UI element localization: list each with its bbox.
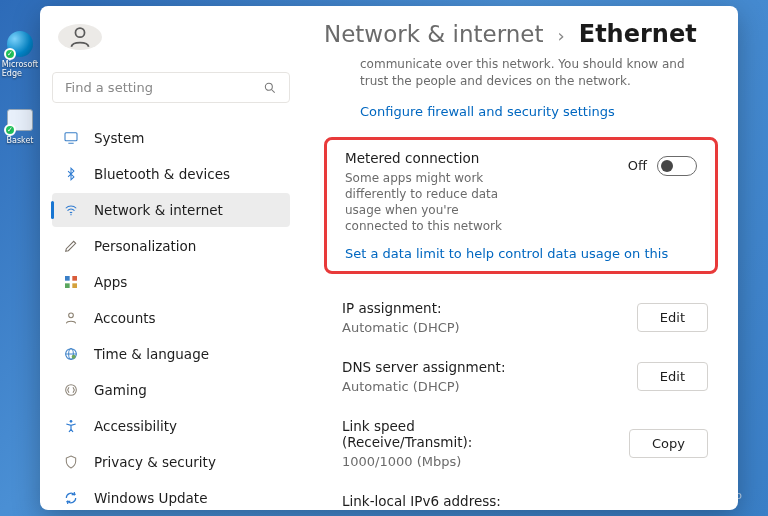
metered-toggle[interactable] — [657, 156, 697, 176]
link-speed-copy-button[interactable]: Copy — [629, 429, 708, 458]
content-scroll: communicate over this network. You shoul… — [324, 56, 738, 510]
ip-assignment-title: IP assignment: — [342, 300, 460, 316]
svg-point-10 — [69, 313, 74, 318]
content-pane: Network & internet › Ethernet communicat… — [302, 6, 738, 510]
desktop-icon-basket[interactable]: ✓ Basket — [4, 106, 36, 145]
data-limit-link[interactable]: Set a data limit to help control data us… — [345, 246, 697, 261]
svg-rect-6 — [65, 276, 70, 281]
network-trust-text: communicate over this network. You shoul… — [324, 56, 718, 96]
sidebar-item-personalization[interactable]: Personalization — [52, 229, 290, 263]
search-input[interactable] — [65, 80, 245, 95]
desktop-icon-label: Basket — [7, 136, 34, 145]
dns-edit-button[interactable]: Edit — [637, 362, 708, 391]
brush-icon — [62, 237, 80, 255]
bluetooth-icon — [62, 165, 80, 183]
user-avatar[interactable] — [58, 24, 102, 50]
metered-title: Metered connection — [345, 150, 505, 166]
sidebar-item-label: Accessibility — [94, 418, 177, 434]
ipv6-row: Link-local IPv6 address: — [342, 483, 708, 509]
shield-icon — [62, 453, 80, 471]
breadcrumb: Network & internet › Ethernet — [324, 20, 738, 48]
sidebar-item-label: Personalization — [94, 238, 196, 254]
sidebar-item-time[interactable]: Time & language — [52, 337, 290, 371]
sidebar-item-accessibility[interactable]: Accessibility — [52, 409, 290, 443]
basket-icon: ✓ — [6, 106, 34, 134]
apps-icon — [62, 273, 80, 291]
sidebar-item-label: Bluetooth & devices — [94, 166, 230, 182]
desktop-icon-label: Microsoft Edge — [2, 60, 38, 78]
account-icon — [62, 309, 80, 327]
sidebar-item-label: Network & internet — [94, 202, 223, 218]
accessibility-icon — [62, 417, 80, 435]
svg-point-5 — [70, 214, 71, 215]
ip-assignment-value: Automatic (DHCP) — [342, 320, 460, 335]
svg-point-0 — [75, 28, 84, 37]
svg-point-16 — [70, 420, 73, 423]
svg-rect-9 — [72, 283, 77, 288]
globe-icon — [62, 345, 80, 363]
sidebar-item-apps[interactable]: Apps — [52, 265, 290, 299]
settings-window: System Bluetooth & devices Network & int… — [40, 6, 738, 510]
sidebar-item-accounts[interactable]: Accounts — [52, 301, 290, 335]
breadcrumb-parent[interactable]: Network & internet — [324, 21, 544, 47]
sidebar-item-label: Gaming — [94, 382, 147, 398]
edge-icon: ✓ — [6, 30, 34, 58]
ipv6-title: Link-local IPv6 address: — [342, 493, 501, 509]
sidebar-item-bluetooth[interactable]: Bluetooth & devices — [52, 157, 290, 191]
svg-rect-7 — [72, 276, 77, 281]
dns-assignment-row: DNS server assignment: Automatic (DHCP) … — [342, 349, 708, 408]
ip-edit-button[interactable]: Edit — [637, 303, 708, 332]
sidebar-nav: System Bluetooth & devices Network & int… — [52, 121, 290, 510]
metered-connection-card: Metered connection Some apps might work … — [324, 137, 718, 275]
svg-line-2 — [272, 89, 275, 92]
wifi-icon — [62, 201, 80, 219]
sidebar-item-gaming[interactable]: Gaming — [52, 373, 290, 407]
page-title: Ethernet — [579, 20, 697, 48]
check-badge-icon: ✓ — [4, 48, 16, 60]
dns-assignment-value: Automatic (DHCP) — [342, 379, 505, 394]
search-icon — [263, 81, 277, 95]
system-icon — [62, 129, 80, 147]
sidebar-item-label: Accounts — [94, 310, 156, 326]
sidebar-item-label: Time & language — [94, 346, 209, 362]
svg-rect-3 — [65, 133, 77, 141]
desktop-icons: ✓ Microsoft Edge ✓ Basket — [4, 30, 36, 145]
sidebar-item-update[interactable]: Windows Update — [52, 481, 290, 510]
chevron-right-icon: › — [558, 25, 565, 46]
metered-description: Some apps might work differently to redu… — [345, 170, 505, 235]
sidebar: System Bluetooth & devices Network & int… — [40, 6, 302, 510]
sidebar-item-label: Privacy & security — [94, 454, 216, 470]
svg-point-1 — [265, 83, 272, 90]
link-speed-value: 1000/1000 (Mbps) — [342, 454, 542, 469]
metered-toggle-state: Off — [628, 158, 647, 173]
sidebar-item-label: Apps — [94, 274, 127, 290]
update-icon — [62, 489, 80, 507]
check-badge-icon: ✓ — [4, 124, 16, 136]
sidebar-item-network[interactable]: Network & internet — [52, 193, 290, 227]
sidebar-item-label: Windows Update — [94, 490, 207, 506]
ip-assignment-row: IP assignment: Automatic (DHCP) Edit — [342, 290, 708, 349]
svg-point-14 — [72, 355, 76, 359]
link-speed-row: Link speed (Receive/Transmit): 1000/1000… — [342, 408, 708, 483]
search-box[interactable] — [52, 72, 290, 103]
sidebar-item-label: System — [94, 130, 144, 146]
firewall-link[interactable]: Configure firewall and security settings — [324, 96, 718, 129]
sidebar-item-system[interactable]: System — [52, 121, 290, 155]
sidebar-item-privacy[interactable]: Privacy & security — [52, 445, 290, 479]
gaming-icon — [62, 381, 80, 399]
network-properties: IP assignment: Automatic (DHCP) Edit DNS… — [324, 274, 718, 509]
link-speed-title: Link speed (Receive/Transmit): — [342, 418, 542, 450]
dns-assignment-title: DNS server assignment: — [342, 359, 505, 375]
person-icon — [67, 24, 93, 50]
desktop-icon-edge[interactable]: ✓ Microsoft Edge — [4, 30, 36, 78]
svg-rect-8 — [65, 283, 70, 288]
